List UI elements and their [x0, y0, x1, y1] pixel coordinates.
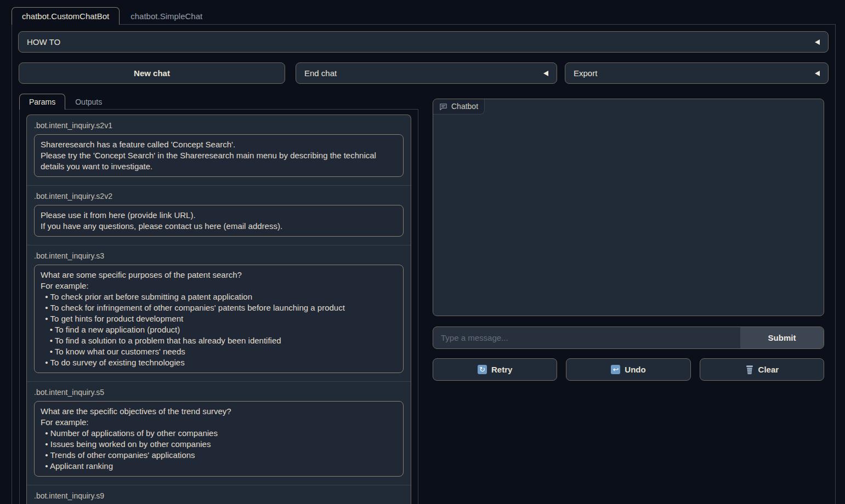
trash-icon	[745, 365, 754, 375]
tab-outputs[interactable]: Outputs	[65, 94, 112, 110]
submit-button[interactable]: Submit	[740, 327, 824, 348]
tab-custom-chatbot[interactable]: chatbot.CustomChatBot	[12, 7, 120, 25]
field-label: .bot.intent_inquiry.s2v1	[34, 121, 404, 130]
param-field: .bot.intent_inquiry.s9	[27, 485, 411, 504]
chatbot-messages-panel[interactable]: Chatbot	[433, 99, 824, 316]
message-input-row: Submit	[433, 327, 824, 349]
chatbot-label-text: Chatbot	[451, 102, 478, 111]
clear-button-label: Clear	[758, 365, 779, 374]
chat-actions-row: ↻ Retry ↩ Undo Clear	[433, 358, 824, 381]
retry-button[interactable]: ↻ Retry	[433, 358, 557, 381]
field-textarea[interactable]: What are some specific purposes of the p…	[34, 265, 404, 373]
field-textarea[interactable]: Please use it from here (provide link UR…	[34, 205, 404, 237]
export-accordion-label: Export	[574, 68, 597, 78]
clear-button[interactable]: Clear	[700, 358, 824, 381]
retry-arrows-icon: ↻	[478, 365, 487, 374]
undo-button-label: Undo	[625, 365, 645, 374]
tab-simple-chat[interactable]: chatbot.SimpleChat	[120, 8, 213, 25]
export-accordion[interactable]: Export	[565, 62, 829, 84]
chat-bubble-icon	[439, 102, 447, 111]
chatbot-label: Chatbot	[433, 99, 485, 114]
field-label: .bot.intent_inquiry.s2v2	[34, 192, 404, 201]
params-field-group: .bot.intent_inquiry.s2v1 Shareresearch h…	[26, 114, 411, 504]
param-field: .bot.intent_inquiry.s2v1 Shareresearch h…	[27, 115, 411, 185]
tab-params[interactable]: Params	[19, 94, 65, 110]
chevron-left-icon	[815, 39, 820, 45]
param-field: .bot.intent_inquiry.s2v2 Please use it f…	[27, 185, 411, 245]
params-tab-bar: Params Outputs	[19, 94, 112, 110]
how-to-accordion[interactable]: HOW TO	[18, 31, 829, 53]
chevron-left-icon	[815, 71, 820, 76]
param-field: .bot.intent_inquiry.s3 What are some spe…	[27, 245, 411, 381]
top-tab-bar: chatbot.CustomChatBot chatbot.SimpleChat	[12, 7, 213, 25]
field-label: .bot.intent_inquiry.s3	[34, 251, 404, 260]
app-window: chatbot.CustomChatBot chatbot.SimpleChat…	[0, 0, 845, 504]
undo-button[interactable]: ↩ Undo	[566, 358, 690, 381]
field-label: .bot.intent_inquiry.s9	[34, 491, 404, 500]
new-chat-button[interactable]: New chat	[19, 62, 285, 84]
end-chat-accordion[interactable]: End chat	[296, 62, 557, 84]
retry-button-label: Retry	[491, 365, 512, 374]
param-field: .bot.intent_inquiry.s5 What are the spec…	[27, 381, 411, 485]
field-label: .bot.intent_inquiry.s5	[34, 388, 404, 397]
field-textarea[interactable]: What are the specific objectives of the …	[34, 401, 404, 477]
how-to-accordion-label: HOW TO	[27, 37, 60, 47]
end-chat-accordion-label: End chat	[304, 68, 337, 78]
field-textarea[interactable]: Shareresearch has a feature called 'Conc…	[34, 134, 404, 177]
message-input[interactable]	[433, 327, 740, 348]
undo-arrow-icon: ↩	[611, 365, 620, 374]
chevron-left-icon	[543, 71, 548, 76]
